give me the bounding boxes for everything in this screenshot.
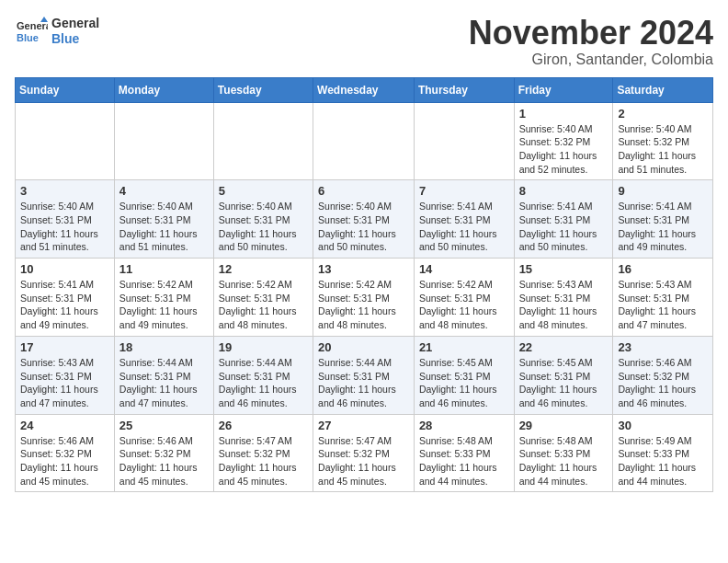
day-info: Sunrise: 5:40 AMSunset: 5:31 PMDaylight:… xyxy=(219,200,308,254)
logo-line1: General xyxy=(51,16,99,31)
day-number: 19 xyxy=(219,340,308,354)
calendar-cell: 26Sunrise: 5:47 AMSunset: 5:32 PMDayligh… xyxy=(213,414,313,492)
calendar-cell: 9Sunrise: 5:41 AMSunset: 5:31 PMDaylight… xyxy=(613,180,713,259)
day-info: Sunrise: 5:46 AMSunset: 5:32 PMDaylight:… xyxy=(618,356,708,410)
day-info: Sunrise: 5:43 AMSunset: 5:31 PMDaylight:… xyxy=(618,278,708,332)
weekday-header-saturday: Saturday xyxy=(613,77,713,102)
day-info: Sunrise: 5:43 AMSunset: 5:31 PMDaylight:… xyxy=(20,356,109,410)
weekday-header-wednesday: Wednesday xyxy=(313,77,415,102)
day-number: 27 xyxy=(318,419,409,432)
day-number: 26 xyxy=(219,419,308,432)
weekday-header-friday: Friday xyxy=(514,77,613,102)
day-number: 13 xyxy=(318,262,409,276)
day-number: 1 xyxy=(519,107,609,121)
day-number: 30 xyxy=(618,419,708,432)
calendar-cell: 3Sunrise: 5:40 AMSunset: 5:31 PMDaylight… xyxy=(16,180,115,259)
day-number: 2 xyxy=(618,107,708,121)
calendar-week-1: 1Sunrise: 5:40 AMSunset: 5:32 PMDaylight… xyxy=(16,102,713,180)
calendar-cell: 28Sunrise: 5:48 AMSunset: 5:33 PMDayligh… xyxy=(414,414,514,492)
day-info: Sunrise: 5:44 AMSunset: 5:31 PMDaylight:… xyxy=(219,356,308,410)
calendar-cell: 18Sunrise: 5:44 AMSunset: 5:31 PMDayligh… xyxy=(114,336,213,414)
day-number: 10 xyxy=(20,262,109,276)
day-number: 3 xyxy=(20,184,109,198)
day-info: Sunrise: 5:41 AMSunset: 5:31 PMDaylight:… xyxy=(519,200,609,254)
calendar-cell: 30Sunrise: 5:49 AMSunset: 5:33 PMDayligh… xyxy=(613,414,713,492)
calendar-week-2: 3Sunrise: 5:40 AMSunset: 5:31 PMDaylight… xyxy=(16,180,713,259)
calendar-cell: 7Sunrise: 5:41 AMSunset: 5:31 PMDaylight… xyxy=(414,180,514,259)
day-info: Sunrise: 5:40 AMSunset: 5:31 PMDaylight:… xyxy=(119,200,209,254)
day-info: Sunrise: 5:40 AMSunset: 5:32 PMDaylight:… xyxy=(618,122,708,177)
day-number: 20 xyxy=(318,340,409,354)
calendar-cell: 5Sunrise: 5:40 AMSunset: 5:31 PMDaylight… xyxy=(213,180,313,259)
day-number: 25 xyxy=(119,419,209,432)
day-number: 16 xyxy=(618,262,708,276)
calendar-cell xyxy=(313,102,415,180)
page-header: General Blue General Blue November 2024 … xyxy=(15,15,713,68)
day-info: Sunrise: 5:46 AMSunset: 5:32 PMDaylight:… xyxy=(20,434,109,488)
logo-line2: Blue xyxy=(51,31,99,47)
calendar-cell: 13Sunrise: 5:42 AMSunset: 5:31 PMDayligh… xyxy=(313,259,415,337)
day-info: Sunrise: 5:46 AMSunset: 5:32 PMDaylight:… xyxy=(119,434,209,488)
calendar-cell: 16Sunrise: 5:43 AMSunset: 5:31 PMDayligh… xyxy=(613,259,713,337)
day-info: Sunrise: 5:49 AMSunset: 5:33 PMDaylight:… xyxy=(618,434,708,488)
calendar-cell xyxy=(16,102,115,180)
day-number: 17 xyxy=(20,340,109,354)
calendar-cell: 12Sunrise: 5:42 AMSunset: 5:31 PMDayligh… xyxy=(213,259,313,337)
calendar-week-5: 24Sunrise: 5:46 AMSunset: 5:32 PMDayligh… xyxy=(16,414,713,492)
calendar-cell: 25Sunrise: 5:46 AMSunset: 5:32 PMDayligh… xyxy=(114,414,213,492)
day-info: Sunrise: 5:40 AMSunset: 5:31 PMDaylight:… xyxy=(318,200,409,254)
calendar-cell: 20Sunrise: 5:44 AMSunset: 5:31 PMDayligh… xyxy=(313,336,415,414)
day-info: Sunrise: 5:45 AMSunset: 5:31 PMDaylight:… xyxy=(419,356,509,410)
day-info: Sunrise: 5:41 AMSunset: 5:31 PMDaylight:… xyxy=(20,278,109,332)
title-area: November 2024 Giron, Santander, Colombia xyxy=(469,15,713,68)
calendar-cell: 23Sunrise: 5:46 AMSunset: 5:32 PMDayligh… xyxy=(613,336,713,414)
calendar-title: November 2024 xyxy=(469,15,713,52)
day-number: 21 xyxy=(419,340,509,354)
day-number: 5 xyxy=(219,184,308,198)
day-info: Sunrise: 5:41 AMSunset: 5:31 PMDaylight:… xyxy=(618,200,708,254)
day-info: Sunrise: 5:42 AMSunset: 5:31 PMDaylight:… xyxy=(119,278,209,332)
calendar-subtitle: Giron, Santander, Colombia xyxy=(469,52,713,68)
day-number: 12 xyxy=(219,262,308,276)
calendar-cell: 17Sunrise: 5:43 AMSunset: 5:31 PMDayligh… xyxy=(16,336,115,414)
day-number: 6 xyxy=(318,184,409,198)
day-info: Sunrise: 5:40 AMSunset: 5:32 PMDaylight:… xyxy=(519,122,609,177)
weekday-header-monday: Monday xyxy=(114,77,213,102)
day-info: Sunrise: 5:43 AMSunset: 5:31 PMDaylight:… xyxy=(519,278,609,332)
calendar-cell: 21Sunrise: 5:45 AMSunset: 5:31 PMDayligh… xyxy=(414,336,514,414)
calendar-cell: 6Sunrise: 5:40 AMSunset: 5:31 PMDaylight… xyxy=(313,180,415,259)
day-number: 24 xyxy=(20,419,109,432)
calendar-cell xyxy=(114,102,213,180)
day-info: Sunrise: 5:42 AMSunset: 5:31 PMDaylight:… xyxy=(419,278,509,332)
logo: General Blue General Blue xyxy=(15,15,99,48)
day-number: 11 xyxy=(119,262,209,276)
day-number: 18 xyxy=(119,340,209,354)
calendar-header-row: SundayMondayTuesdayWednesdayThursdayFrid… xyxy=(16,77,713,102)
day-number: 14 xyxy=(419,262,509,276)
calendar-cell xyxy=(213,102,313,180)
svg-text:Blue: Blue xyxy=(17,32,39,43)
day-number: 23 xyxy=(618,340,708,354)
day-number: 28 xyxy=(419,419,509,432)
calendar-cell: 19Sunrise: 5:44 AMSunset: 5:31 PMDayligh… xyxy=(213,336,313,414)
day-number: 4 xyxy=(119,184,209,198)
day-info: Sunrise: 5:41 AMSunset: 5:31 PMDaylight:… xyxy=(419,200,509,254)
logo-icon: General Blue xyxy=(15,15,48,48)
day-info: Sunrise: 5:42 AMSunset: 5:31 PMDaylight:… xyxy=(219,278,308,332)
calendar-cell: 8Sunrise: 5:41 AMSunset: 5:31 PMDaylight… xyxy=(514,180,613,259)
calendar-cell: 2Sunrise: 5:40 AMSunset: 5:32 PMDaylight… xyxy=(613,102,713,180)
calendar-cell: 22Sunrise: 5:45 AMSunset: 5:31 PMDayligh… xyxy=(514,336,613,414)
day-info: Sunrise: 5:40 AMSunset: 5:31 PMDaylight:… xyxy=(20,200,109,254)
day-number: 29 xyxy=(519,419,609,432)
day-info: Sunrise: 5:45 AMSunset: 5:31 PMDaylight:… xyxy=(519,356,609,410)
calendar-cell: 11Sunrise: 5:42 AMSunset: 5:31 PMDayligh… xyxy=(114,259,213,337)
calendar-cell: 14Sunrise: 5:42 AMSunset: 5:31 PMDayligh… xyxy=(414,259,514,337)
calendar-cell: 15Sunrise: 5:43 AMSunset: 5:31 PMDayligh… xyxy=(514,259,613,337)
weekday-header-sunday: Sunday xyxy=(16,77,115,102)
calendar-cell: 29Sunrise: 5:48 AMSunset: 5:33 PMDayligh… xyxy=(514,414,613,492)
weekday-header-tuesday: Tuesday xyxy=(213,77,313,102)
day-info: Sunrise: 5:42 AMSunset: 5:31 PMDaylight:… xyxy=(318,278,409,332)
day-info: Sunrise: 5:47 AMSunset: 5:32 PMDaylight:… xyxy=(318,434,409,488)
calendar-cell: 27Sunrise: 5:47 AMSunset: 5:32 PMDayligh… xyxy=(313,414,415,492)
calendar-week-3: 10Sunrise: 5:41 AMSunset: 5:31 PMDayligh… xyxy=(16,259,713,337)
